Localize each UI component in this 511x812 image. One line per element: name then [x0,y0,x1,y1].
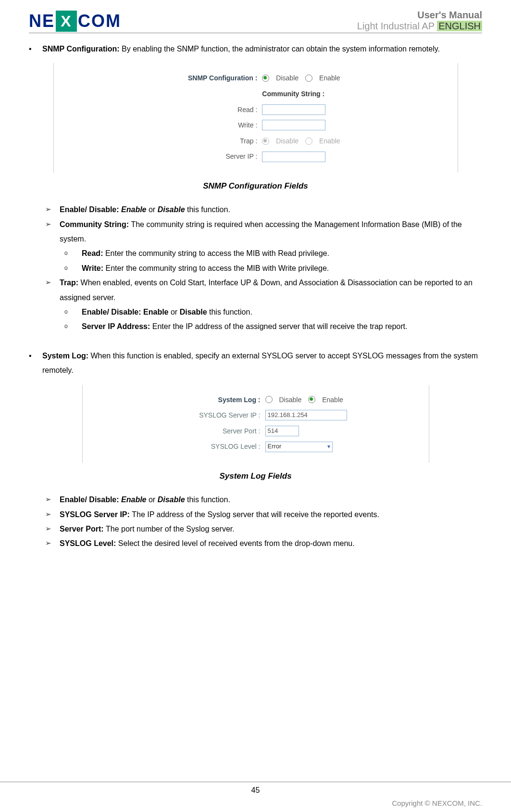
content: • SNMP Configuration: By enabling the SN… [29,42,482,551]
fig-trap-enable: Enable [319,135,340,148]
fig-label-syslog-level: SYSLOG Level : [164,440,265,453]
circ-trap-enable: o Enable/ Disable: Enable or Disable thi… [64,305,482,319]
write-input[interactable] [262,120,325,130]
arrow-icon: ➢ [45,276,60,290]
arrow-syslog-level: ➢ SYSLOG Level: Select the desired level… [45,536,482,551]
syslog-figure: System Log : Disable Enable SYSLOG Serve… [29,385,482,463]
logo-x-icon: X [56,11,77,32]
fig-label-trap: Trap : [171,135,262,148]
syslog-level-select[interactable]: Error ▾ [265,442,333,452]
copyright: Copyright © NEXCOM, INC. [392,799,482,807]
syslog-desc: When this function is enabled, specify a… [42,352,478,374]
arrow-syslog-ip: ➢ SYSLOG Server IP: The IP address of th… [45,508,482,522]
arrow-icon: ➢ [45,217,60,231]
fig-label-syslog: System Log : [164,393,265,406]
circle-icon: o [64,319,82,333]
fig-label-syslog-ip: SYSLOG Server IP : [164,409,265,422]
arrow-icon: ➢ [45,522,60,536]
logo-text-ne: NE [29,11,55,31]
syslog-ip-input[interactable]: 192.168.1.254 [265,410,347,420]
trap-radio-disable-icon[interactable] [262,138,269,145]
fig-trap-disable: Disable [276,135,299,148]
syslog-radio-enable-icon[interactable] [308,396,315,403]
syslog-title: System Log: [42,352,90,360]
fig-label-snmp: SNMP Configuration : [171,72,262,85]
circ-write: o Write: Enter the community string to a… [64,261,482,276]
logo-text-com: COM [78,11,121,31]
arrow-icon: ➢ [45,493,60,507]
circle-icon: o [64,261,82,275]
read-input[interactable] [262,104,325,115]
arrow-trap: ➢ Trap: When enabled, events on Cold Sta… [45,276,482,305]
doc-title: User's Manual [357,10,482,21]
header-right: User's Manual Light Industrial AP ENGLIS… [357,10,482,32]
fig-label-write: Write : [171,119,262,132]
snmp-figure: SNMP Configuration : Disable Enable Comm… [29,63,482,173]
arrow-icon: ➢ [45,536,60,550]
fig-label-read: Read : [171,103,262,116]
syslog-port-input[interactable]: 514 [265,426,299,436]
arrow-icon: ➢ [45,508,60,521]
arrow-syslog-port: ➢ Server Port: The port number of the Sy… [45,522,482,536]
snmp-desc: By enabling the SNMP function, the admin… [120,45,440,53]
doc-subtitle: Light Industrial AP ENGLISH [357,21,482,32]
arrow-syslog-enable: ➢ Enable/ Disable: Enable or Disable thi… [45,493,482,507]
bullet-syslog: • System Log: When this function is enab… [29,349,482,378]
circle-icon: o [64,305,82,319]
syslog-caption: System Log Fields [29,469,482,484]
bullet-icon: • [29,42,42,56]
circ-trap-ip: o Server IP Address: Enter the IP addres… [64,319,482,334]
circle-icon: o [64,246,82,260]
arrow-community: ➢ Community String: The community string… [45,217,482,247]
page-number: 45 [0,782,511,795]
fig-label-serverip: Server IP : [171,150,262,163]
page-header: NE X COM User's Manual Light Industrial … [29,10,482,33]
fig-opt-enable: Enable [319,72,340,85]
fig-syslog-enable: Enable [322,393,343,406]
fig-label-community: Community String : [262,88,324,101]
arrow-icon: ➢ [45,203,60,216]
logo: NE X COM [29,11,121,32]
syslog-radio-disable-icon[interactable] [265,396,273,403]
bullet-snmp: • SNMP Configuration: By enabling the SN… [29,42,482,56]
radio-enable-icon[interactable] [305,75,312,82]
snmp-title: SNMP Configuration: [42,45,120,53]
fig-opt-disable: Disable [276,72,299,85]
fig-label-syslog-port: Server Port : [164,425,265,438]
snmp-caption: SNMP Configuration Fields [29,178,482,194]
serverip-input[interactable] [262,152,325,162]
arrow-enable: ➢ Enable/ Disable: Enable or Disable thi… [45,203,482,217]
radio-disable-icon[interactable] [262,75,269,82]
bullet-icon: • [29,349,42,363]
chevron-down-icon: ▾ [327,441,330,452]
trap-radio-enable-icon[interactable] [305,138,312,145]
circ-read: o Read: Enter the community string to ac… [64,246,482,261]
fig-syslog-disable: Disable [279,393,302,406]
